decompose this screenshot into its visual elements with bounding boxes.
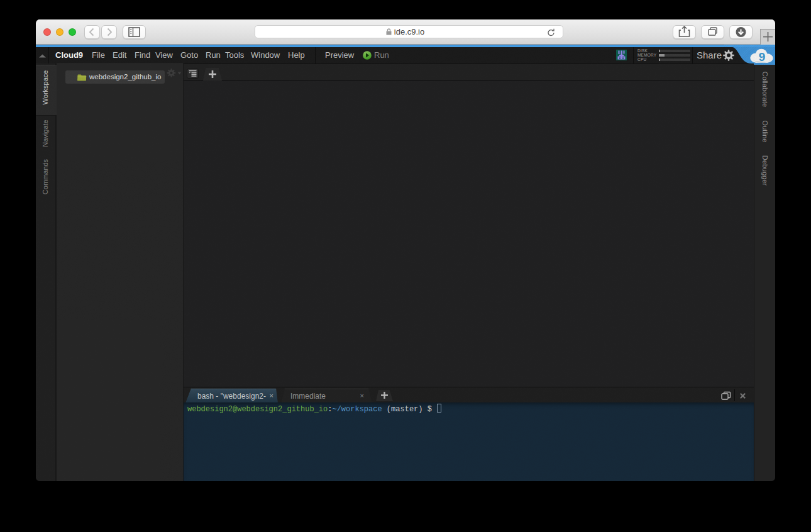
svg-text:9: 9 — [759, 50, 766, 64]
